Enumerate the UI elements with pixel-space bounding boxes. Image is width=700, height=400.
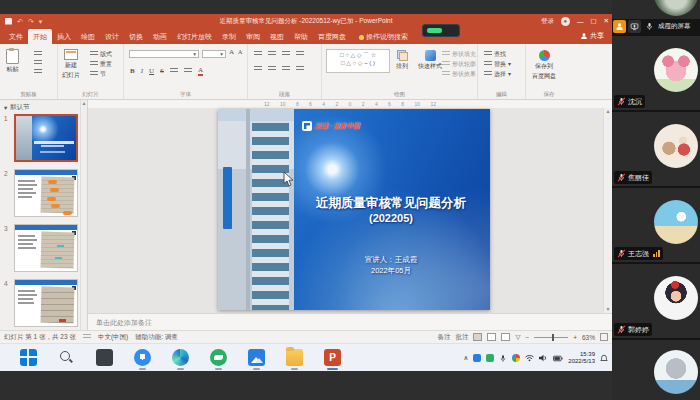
tell-me-search[interactable]: 操作说明搜索	[351, 29, 413, 44]
tab-review[interactable]: 审阅	[241, 29, 265, 44]
tab-insert[interactable]: 插入	[52, 29, 76, 44]
taskbar-search-icon[interactable]	[58, 349, 75, 366]
minimize-button[interactable]: —	[577, 18, 584, 25]
shape-effects-button[interactable]: 形状效果	[442, 70, 476, 78]
photos-app-icon[interactable]	[248, 349, 265, 366]
font-name-combobox[interactable]: ▾	[129, 50, 199, 58]
fit-to-window-button[interactable]	[600, 333, 608, 341]
replace-button[interactable]: 替换▾	[484, 60, 511, 68]
select-button[interactable]: 选择▾	[484, 70, 511, 78]
zoom-slider[interactable]	[534, 337, 568, 338]
zoom-level[interactable]: 63%	[582, 334, 595, 341]
tray-expand-icon[interactable]: ∧	[464, 354, 469, 362]
section-header[interactable]: ▾ 默认节	[4, 103, 30, 112]
battery-icon[interactable]	[553, 355, 563, 362]
slide-canvas[interactable]: 至诚 · 服务中国 近期质量审核常见问题分析 (202205) 宣讲人：王成霞 …	[88, 108, 612, 313]
italic-button[interactable]: I	[141, 67, 143, 75]
slide-sorter-button[interactable]	[487, 333, 496, 341]
maximize-button[interactable]: ▢	[590, 17, 596, 25]
share-button[interactable]: 共享	[575, 28, 612, 44]
character-spacing-icon[interactable]	[184, 68, 192, 74]
shapes-gallery[interactable]: □ ○ △ ◇ ⌒ ☆ □ △ ○ ◇ ~ ( )	[326, 49, 390, 73]
participant-tile-sharing[interactable]: 成霞的屏幕	[612, 0, 700, 34]
arrange-button[interactable]: 排列	[396, 50, 408, 71]
tab-view[interactable]: 视图	[265, 29, 289, 44]
slide-thumbnail-1[interactable]: 1	[14, 114, 78, 162]
tab-home[interactable]: 开始	[28, 29, 52, 44]
font-color-button[interactable]: A	[198, 66, 203, 76]
spellcheck-icon[interactable]	[83, 334, 91, 340]
normal-view-button[interactable]	[473, 333, 482, 341]
close-button[interactable]: ✕	[604, 17, 609, 25]
reading-view-button[interactable]	[501, 333, 510, 341]
align-center-icon[interactable]	[268, 66, 276, 72]
find-button[interactable]: 查找	[484, 50, 511, 58]
notes-pane[interactable]: 单击此处添加备注	[88, 313, 612, 330]
account-avatar[interactable]: ●	[561, 17, 570, 26]
tab-file[interactable]: 文件	[4, 29, 28, 44]
slide[interactable]: 至诚 · 服务中国 近期质量审核常见问题分析 (202205) 宣讲人：王成霞 …	[218, 109, 490, 310]
tab-baidu-netdisk[interactable]: 百度网盘	[313, 29, 351, 44]
notifications-icon[interactable]	[600, 354, 608, 363]
tray-colorful-app-icon[interactable]	[512, 354, 520, 362]
notes-toggle[interactable]: 备注	[437, 333, 450, 342]
powerpoint-icon[interactable]: P	[324, 349, 341, 366]
zoom-in-button[interactable]: +	[573, 334, 577, 341]
align-right-icon[interactable]	[282, 66, 290, 72]
tray-green-app-icon[interactable]	[486, 354, 494, 362]
text-shadow-icon[interactable]	[170, 68, 178, 74]
edge-browser-icon[interactable]	[172, 349, 189, 366]
tab-record[interactable]: 录制	[217, 29, 241, 44]
copy-icon[interactable]	[34, 60, 42, 66]
participant-tile[interactable]: 沈沉	[612, 36, 700, 110]
reset-button[interactable]: 重置	[90, 60, 112, 68]
align-left-icon[interactable]	[254, 66, 262, 72]
shape-outline-button[interactable]: 形状轮廓	[442, 60, 476, 68]
layout-button[interactable]: 版式	[90, 50, 112, 58]
language-indicator[interactable]: 中文(中国)	[98, 333, 128, 342]
file-explorer-icon[interactable]	[286, 349, 303, 366]
font-size-combobox[interactable]: ▾	[202, 50, 226, 58]
participant-tile[interactable]	[612, 340, 700, 400]
bold-button[interactable]: B	[130, 67, 135, 75]
new-slide-button[interactable]: 新建 幻灯片	[62, 49, 80, 80]
save-to-baidu-button[interactable]: 保存到 百度网盘	[532, 50, 556, 81]
signin-label[interactable]: 登录	[541, 17, 554, 26]
start-button[interactable]	[20, 349, 37, 366]
taskbar-app-green-icon[interactable]	[210, 349, 227, 366]
format-painter-icon[interactable]	[34, 69, 42, 75]
underline-button[interactable]: U	[149, 67, 154, 75]
slide-thumbnail-3[interactable]: 3	[14, 224, 78, 272]
tray-microphone-icon[interactable]	[499, 354, 507, 363]
tab-design[interactable]: 设计	[100, 29, 124, 44]
volume-icon[interactable]	[539, 354, 548, 362]
tab-transitions[interactable]: 切换	[124, 29, 148, 44]
save-icon[interactable]	[5, 18, 12, 25]
slide-thumbnail-4[interactable]: 4	[14, 279, 78, 327]
slide-thumbnail-2[interactable]: 2	[14, 169, 78, 217]
grow-font-icon[interactable]: A	[229, 48, 234, 56]
undo-icon[interactable]: ↶	[17, 18, 23, 25]
paste-button[interactable]: 粘贴	[6, 49, 19, 74]
redo-icon[interactable]: ↷	[28, 18, 34, 25]
zoom-slider-thumb[interactable]	[552, 334, 554, 341]
quick-styles-button[interactable]: 快速样式	[418, 50, 442, 71]
strikethrough-button[interactable]: S	[160, 67, 164, 75]
qat-dropdown-icon[interactable]: ▾	[39, 18, 43, 25]
shrink-font-icon[interactable]: A	[238, 49, 242, 55]
bullets-icon[interactable]	[254, 51, 262, 57]
taskbar-app-dark-icon[interactable]	[96, 349, 113, 366]
canvas-scrollbar[interactable]: ▲ ▼	[603, 108, 612, 313]
participant-tile[interactable]: 焦丽佳	[612, 112, 700, 186]
shape-fill-button[interactable]: 形状填充	[442, 50, 476, 58]
tray-blue-app-icon[interactable]	[473, 354, 481, 362]
clock[interactable]: 15:39 2022/5/13	[568, 351, 595, 366]
meeting-share-indicator[interactable]	[422, 24, 460, 37]
meeting-app-icon[interactable]	[134, 349, 151, 366]
tab-slideshow[interactable]: 幻灯片放映	[172, 29, 217, 44]
cut-icon[interactable]	[34, 51, 42, 57]
tab-draw[interactable]: 绘图	[76, 29, 100, 44]
justify-icon[interactable]	[296, 66, 304, 72]
zoom-out-button[interactable]: −	[525, 334, 529, 341]
wifi-icon[interactable]	[525, 354, 534, 362]
